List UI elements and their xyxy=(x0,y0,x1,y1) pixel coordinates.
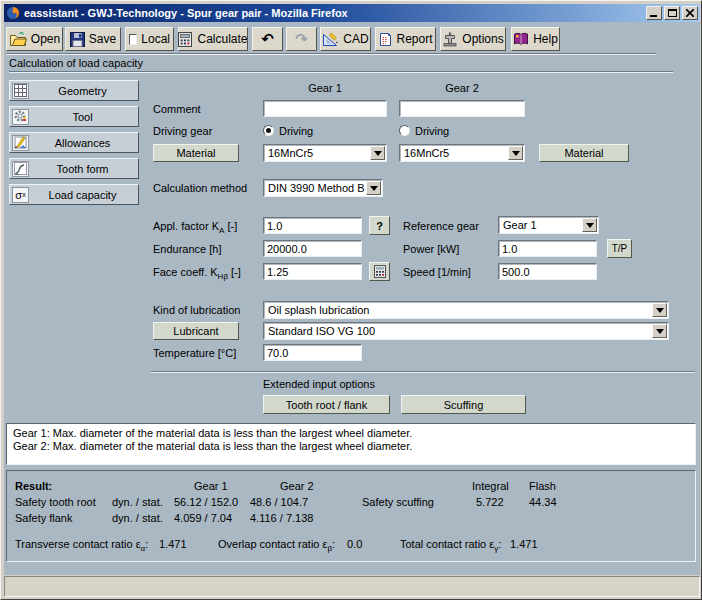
material-button-gear2[interactable]: Material xyxy=(539,144,629,162)
calculate-button-label: Calculate xyxy=(197,32,247,46)
clamp-tool-icon xyxy=(442,32,458,47)
lubricant-select[interactable]: Standard ISO VG 100 xyxy=(263,322,669,340)
report-button[interactable]: Report xyxy=(375,27,436,51)
status-bar xyxy=(4,576,700,597)
open-button[interactable]: Open xyxy=(6,27,63,51)
pencil-ruler-icon xyxy=(12,135,29,151)
window-title: eassistant - GWJ-Technology - Spur gear … xyxy=(24,7,644,19)
sidebar-item-tool[interactable]: Tool xyxy=(9,106,139,127)
reference-gear-select[interactable]: Gear 1 xyxy=(498,216,599,234)
chevron-down-icon xyxy=(366,181,381,195)
safety-flank-gear1-value: 4.059 / 7.04 xyxy=(174,512,232,524)
endurance-input[interactable] xyxy=(263,240,362,257)
options-button-label: Options xyxy=(462,32,503,46)
material-select-gear2[interactable]: 16MnCr5 xyxy=(399,144,525,162)
application-window: eassistant - GWJ-Technology - Spur gear … xyxy=(0,0,702,600)
gear-icon xyxy=(12,109,29,125)
scuffing-button[interactable]: Scuffing xyxy=(401,395,526,414)
messages-box: Gear 1: Max. diameter of the material da… xyxy=(6,423,696,465)
save-button-label: Save xyxy=(89,32,116,46)
options-button[interactable]: Options xyxy=(440,27,506,51)
gear2-column-header: Gear 2 xyxy=(399,82,525,94)
power-label: Power [kW] xyxy=(403,243,459,255)
material-select-gear1[interactable]: 16MnCr5 xyxy=(263,144,387,162)
report-document-icon xyxy=(378,32,392,47)
safety-tooth-root-label: Safety tooth root xyxy=(15,496,96,508)
speed-input[interactable] xyxy=(498,263,597,280)
temperature-label: Temperature [°C] xyxy=(153,347,236,359)
message-line: Gear 1: Max. diameter of the material da… xyxy=(13,427,689,440)
power-input[interactable] xyxy=(498,240,597,257)
maximize-button[interactable] xyxy=(664,6,680,20)
chevron-down-icon xyxy=(652,303,667,317)
results-panel: Result: Gear 1 Gear 2 Integral Flash Saf… xyxy=(6,470,696,562)
results-gear1-header: Gear 1 xyxy=(194,480,228,492)
results-title: Result: xyxy=(15,480,52,492)
calculation-method-select[interactable]: DIN 3990 Method B xyxy=(263,179,383,197)
comment-input-gear2[interactable] xyxy=(399,100,525,117)
sigma-icon: σx xyxy=(12,187,29,203)
face-coefficient-calculator-button[interactable] xyxy=(369,262,390,281)
sidebar-item-label: Geometry xyxy=(29,85,136,97)
driving-radio-gear1[interactable] xyxy=(263,125,274,136)
lubricant-button[interactable]: Lubricant xyxy=(153,322,239,340)
safety-scuffing-flash-value: 44.34 xyxy=(529,496,557,508)
safety-tooth-root-gear2-value: 48.6 / 104.7 xyxy=(250,496,308,508)
driving-radio-gear2[interactable] xyxy=(399,125,410,136)
results-integral-header: Integral xyxy=(472,480,509,492)
lubrication-kind-select[interactable]: Oil splash lubrication xyxy=(263,301,669,319)
material-button-gear1[interactable]: Material xyxy=(153,144,239,162)
redo-button[interactable]: ↷ xyxy=(286,27,317,51)
comment-input-gear1[interactable] xyxy=(263,100,387,117)
tooth-profile-icon xyxy=(12,161,29,177)
total-contact-ratio-label: Total contact ratio εγ: xyxy=(400,538,501,553)
calculator-icon xyxy=(178,32,193,47)
endurance-label: Endurance [h] xyxy=(153,243,222,255)
safety-flank-gear2-value: 4.116 / 7.138 xyxy=(250,512,313,524)
help-button-label: Help xyxy=(533,32,558,46)
application-factor-help-button[interactable]: ? xyxy=(369,216,390,235)
chevron-down-icon xyxy=(370,146,385,160)
driving-radio-gear2-label: Driving xyxy=(415,125,449,137)
cad-button[interactable]: CAD xyxy=(320,27,371,51)
cad-button-label: CAD xyxy=(343,32,368,46)
tooth-root-flank-button[interactable]: Tooth root / flank xyxy=(263,395,390,414)
close-icon[interactable] xyxy=(682,6,698,20)
chevron-down-icon xyxy=(582,218,597,232)
set-square-pencil-icon xyxy=(322,32,339,47)
redo-icon: ↷ xyxy=(295,32,308,47)
title-bar[interactable]: eassistant - GWJ-Technology - Spur gear … xyxy=(4,4,700,22)
save-floppy-icon xyxy=(70,32,85,47)
minimize-button[interactable] xyxy=(646,6,662,20)
temperature-input[interactable] xyxy=(263,344,362,361)
local-toggle[interactable]: Local xyxy=(125,27,174,51)
extended-options-title: Extended input options xyxy=(263,378,375,390)
transverse-contact-ratio-value: 1.471 xyxy=(159,538,187,550)
safety-scuffing-label: Safety scuffing xyxy=(362,496,434,508)
sidebar-item-load-capacity[interactable]: σx Load capacity xyxy=(9,184,139,205)
total-contact-ratio-value: 1.471 xyxy=(510,538,538,550)
sidebar-item-allowances[interactable]: Allowances xyxy=(9,132,139,153)
message-line: Gear 2: Max. diameter of the material da… xyxy=(13,440,689,453)
safety-scuffing-integral-value: 5.722 xyxy=(476,496,504,508)
face-coefficient-label: Face coeff. KHβ [-] xyxy=(153,266,241,281)
open-folder-icon xyxy=(9,32,27,47)
safety-tooth-root-gear1-value: 56.12 / 152.0 xyxy=(174,496,238,508)
local-checkbox[interactable] xyxy=(129,34,137,45)
save-button[interactable]: Save xyxy=(65,27,121,51)
application-factor-label: Appl. factor KA [-] xyxy=(153,220,237,235)
report-button-label: Report xyxy=(396,32,432,46)
sidebar-item-tooth-form[interactable]: Tooth form xyxy=(9,158,139,179)
firefox-icon xyxy=(6,6,20,20)
transverse-contact-ratio-label: Transverse contact ratio εα: xyxy=(15,538,148,553)
header-divider xyxy=(9,71,673,73)
torque-power-toggle-button[interactable]: T/P xyxy=(607,239,632,258)
chevron-down-icon xyxy=(652,324,667,338)
application-factor-input[interactable] xyxy=(263,217,362,234)
undo-button[interactable]: ↶ xyxy=(252,27,283,51)
sidebar-item-geometry[interactable]: Geometry xyxy=(9,80,139,101)
help-button[interactable]: Help xyxy=(511,27,560,51)
driving-gear-label: Driving gear xyxy=(153,125,212,137)
calculate-button[interactable]: Calculate xyxy=(178,27,248,51)
face-coefficient-input[interactable] xyxy=(263,263,362,280)
